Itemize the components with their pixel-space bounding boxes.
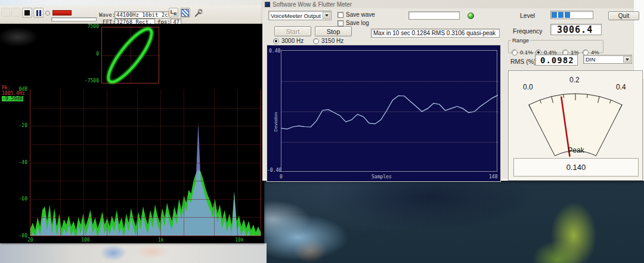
lissajous-panel: 7500 0 -7500 — [0, 24, 264, 85]
spectrum-x-axis — [30, 236, 261, 236]
spectrum-ylabel-80: -80 — [0, 234, 27, 239]
meter-peak-value: 0.140 — [513, 158, 639, 177]
spectrum-hgrid — [30, 199, 261, 200]
weighting-select[interactable]: DIN — [583, 55, 632, 64]
gridline-neg02 — [281, 142, 498, 143]
start-button[interactable]: Start — [274, 26, 311, 36]
chevron-down-icon[interactable] — [323, 12, 330, 19]
frequency-label: Frequency — [513, 27, 543, 35]
spectrum-analyzer-window: Wave: 44100Hz 16bit 2ch FFT: 32768 Rect.… — [0, 0, 264, 243]
stop-button-wf[interactable]: Stop — [315, 26, 352, 36]
spectrum-hgrid — [30, 217, 261, 218]
range-01-row[interactable]: 0.1% — [512, 49, 533, 55]
spectrum-xlabel-100: 100 — [81, 237, 89, 243]
level-label: Level — [520, 12, 535, 19]
play-button[interactable] — [1, 8, 10, 17]
spectrum-ylabel-60: -60 — [0, 197, 27, 202]
save-wave-label: Save wave — [346, 11, 375, 18]
desktop-blur-strip — [0, 243, 267, 263]
spectrum-hgrid — [30, 126, 261, 126]
start-button-label: Start — [286, 28, 299, 35]
status-readout: Max in 10 sec 0.1284 RMS 0.3106 quasi-pe… — [371, 29, 500, 38]
peak-readout: Pk: 1005.4Hz -9.59dB — [2, 85, 25, 101]
record-button[interactable] — [11, 8, 20, 17]
save-wave-checkbox[interactable] — [338, 12, 343, 18]
level-clip-indicator — [52, 10, 72, 16]
weighting-value: DIN — [586, 56, 595, 63]
desktop: Wave: 44100Hz 16bit 2ch FFT: 32768 Rect.… — [0, 0, 644, 263]
peak-readout-label: Pk: — [2, 85, 25, 91]
wave-info-value: 44100Hz 16bit 2ch — [114, 11, 171, 18]
screen-glare — [0, 24, 54, 57]
channel-lr-button[interactable]: LR — [169, 8, 178, 17]
range-group-label: Range — [511, 37, 530, 44]
spectrum-hgrid — [30, 144, 261, 145]
app-icon — [265, 2, 270, 7]
dev-axis-title: Deviation — [273, 112, 278, 132]
waterfall-view-button[interactable] — [180, 8, 190, 18]
status-led — [467, 13, 474, 19]
wave-info-label: Wave: — [99, 12, 115, 18]
peak-meter-panel: 0.0 0.2 0.4 Peak 0.140 — [508, 70, 643, 181]
save-log-checkbox[interactable] — [338, 20, 343, 26]
range-4-radio[interactable] — [583, 49, 589, 55]
spectrum-panel: 0dB -20 -40 -60 -80 20 100 1k 10k Pk: 10… — [0, 85, 264, 243]
position-slider[interactable] — [51, 17, 97, 21]
settings-button[interactable] — [193, 8, 203, 18]
dev-xmax-label: 148 — [489, 174, 497, 180]
level-bar — [550, 11, 593, 19]
peak-readout-freq: 1005.4Hz — [2, 91, 25, 96]
background-window-edge — [0, 0, 264, 5]
gridline-pos02 — [281, 81, 498, 82]
spectrum-ylabel-40: -40 — [0, 160, 27, 165]
dev-ymin-label: -0.40 — [267, 168, 281, 173]
deviation-plot-area — [281, 50, 497, 172]
pause-button[interactable] — [33, 8, 44, 18]
save-wave-checkbox-row[interactable]: Save wave — [338, 11, 375, 18]
spectrum-hgrid — [30, 163, 261, 163]
spectrum-hgrid — [30, 108, 261, 109]
meter-peak-label: Peak — [509, 146, 643, 154]
dev-ymax-label: 0.40 — [269, 48, 280, 54]
frequency-display: 3006.4 — [550, 24, 602, 35]
freq-3000-label: 3000 Hz — [281, 38, 304, 44]
spectrum-xlabel-10k: 10k — [235, 237, 243, 243]
stop-button[interactable] — [22, 8, 32, 18]
chevron-down-icon[interactable] — [623, 56, 631, 63]
spectrum-ylabel-20: -20 — [0, 123, 27, 128]
pause-icon — [36, 10, 41, 16]
wow-flutter-titlebar[interactable]: Software Wow & Flutter Meter — [262, 0, 644, 8]
spectrum-xlabel-1k: 1k — [158, 237, 164, 243]
dev-xaxis-title: Samples — [371, 174, 392, 180]
quit-button-label: Quit — [618, 13, 629, 19]
waterfall-icon — [181, 9, 189, 17]
range-groupbox: Range 0.1% 0.4% 1% 4% — [508, 37, 603, 53]
analyzer-toolbar: Wave: 44100Hz 16bit 2ch FFT: 32768 Rect.… — [0, 5, 264, 24]
filename-input[interactable] — [408, 11, 460, 20]
freq-3150-radio-row[interactable]: 3150 Hz — [313, 38, 343, 44]
spectrum-hgrid — [30, 181, 261, 181]
stop-button-label: Stop — [327, 28, 340, 35]
freq-3150-label: 3150 Hz — [321, 38, 343, 44]
save-log-checkbox-row[interactable]: Save log — [338, 20, 369, 26]
dev-xmin-label: 0 — [280, 174, 283, 180]
audio-device-select[interactable]: VoiceMeeter Output (VB- — [268, 11, 332, 20]
range-01-label: 0.1% — [520, 49, 533, 55]
wrench-icon — [194, 9, 203, 18]
stop-icon — [24, 10, 30, 16]
freq-3000-radio[interactable] — [273, 38, 279, 44]
deviation-graph-panel: 0.40 -0.40 Deviation 0 Samples 148 — [267, 45, 501, 182]
rms-label: RMS (%) — [510, 58, 536, 65]
range-01-radio[interactable] — [512, 49, 518, 55]
gridline-zero — [281, 112, 498, 112]
quit-button[interactable]: Quit — [608, 11, 639, 20]
lissajous-figure — [95, 25, 167, 85]
peak-readout-level: -9.59dB — [2, 96, 23, 101]
loop-button[interactable] — [45, 11, 50, 16]
freq-3150-radio[interactable] — [313, 38, 319, 44]
window-title: Software Wow & Flutter Meter — [273, 1, 352, 8]
freq-3000-radio-row[interactable]: 3000 Hz — [273, 38, 304, 44]
audio-device-value: VoiceMeeter Output (VB- — [271, 13, 323, 19]
channel-lr-icon: LR — [171, 9, 177, 16]
rms-display: 0.0982 — [535, 54, 578, 66]
